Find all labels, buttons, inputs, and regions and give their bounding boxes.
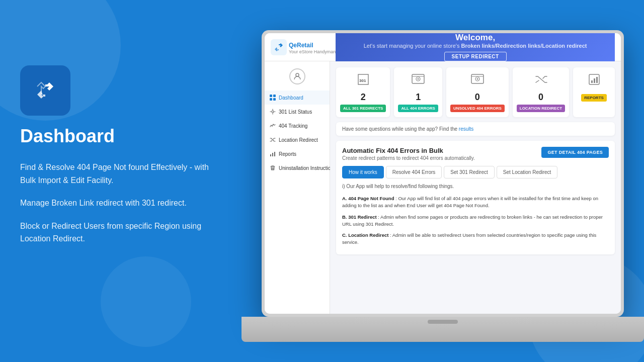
description-2: Manage Broken Link redirect with 301 red…: [20, 197, 211, 210]
sidebar-label-uninstall: Uninstallation Instructions: [279, 165, 336, 171]
get-detail-button[interactable]: GET DETAIL 404 PAGES: [541, 147, 609, 158]
grid-icon: [270, 95, 276, 101]
svg-rect-2: [270, 95, 272, 97]
tab-row: How it works Resolve 404 Errors Set 301 …: [342, 166, 609, 178]
svg-rect-21: [594, 78, 595, 83]
sidebar-label-dashboard: Dashboard: [279, 95, 303, 101]
svg-rect-5: [273, 98, 276, 101]
svg-point-1: [296, 73, 299, 76]
activity-icon: [270, 123, 276, 129]
list-item-301: B. 301 Redirect : Admin when find some p…: [342, 212, 609, 230]
list-item-location: C. Location Redirect : Admin will be abl…: [342, 230, 609, 248]
stat-number-unsolved: 0: [475, 92, 480, 103]
app-tagline: Your eStore Handyman: [289, 49, 336, 54]
stat-icon-404: [411, 72, 425, 89]
svg-rect-3: [273, 95, 276, 97]
sidebar-item-location-redirect[interactable]: Location Redirect: [265, 133, 330, 147]
svg-rect-22: [596, 77, 598, 83]
info-text: Have some questions while using the app?…: [342, 126, 459, 132]
stat-icon-301: 301: [356, 72, 370, 89]
shuffle-icon: [270, 137, 276, 143]
stat-badge-reports: REPORTS: [581, 94, 607, 102]
svg-point-17: [476, 78, 478, 80]
stat-card-unsolved-404: 0 UNSOLVED 404 ERRORS: [446, 67, 509, 117]
stat-badge-unsolved: UNSOLVED 404 ERRORS: [450, 105, 505, 112]
svg-rect-20: [591, 80, 593, 83]
sidebar-label-301: 301 List Status: [279, 109, 312, 115]
bulk-description: Create redirect patterns to redirect 404…: [342, 155, 475, 161]
app-logo-icon: [30, 75, 60, 106]
laptop-base: [242, 317, 644, 342]
sidebar-label-reports: Reports: [279, 151, 296, 157]
bulk-fix-section: Automatic Fix 404 Errors in Bulk Create …: [336, 141, 615, 254]
bulk-header: Automatic Fix 404 Errors in Bulk Create …: [342, 147, 609, 161]
stat-badge-301: ALL 301 REDIRECTS: [340, 105, 386, 112]
content-list: A. 404 Page Not Found : Our App will fin…: [342, 193, 609, 248]
welcome-bar: Welcome, Let's start managing your onlin…: [336, 33, 615, 65]
svg-rect-7: [270, 154, 271, 156]
stat-number-404: 1: [416, 92, 421, 103]
settings-icon: [270, 109, 276, 115]
sidebar-label-location: Location Redirect: [279, 137, 318, 143]
stat-icon-unsolved: [470, 72, 485, 89]
stats-row: 301 2 ALL 301 REDIRECTS: [336, 67, 615, 117]
tab-set-301[interactable]: Set 301 Redirect: [444, 166, 495, 178]
sidebar: Dashboard 301 List Status: [265, 61, 330, 314]
page-title: Dashboard: [20, 126, 211, 147]
user-avatar: [289, 68, 305, 84]
svg-text:301: 301: [359, 78, 366, 83]
stat-card-301-redirects: 301 2 ALL 301 REDIRECTS: [336, 67, 390, 117]
stat-badge-location: LOCATION REDIRECT: [517, 105, 565, 112]
svg-rect-0: [271, 39, 287, 55]
info-bar: Have some questions while using the app?…: [336, 122, 615, 136]
stat-card-location: 0 LOCATION REDIRECT: [513, 67, 569, 117]
app-name: QeRetail: [289, 42, 313, 49]
stat-card-404-errors: 1 ALL 404 ERRORS: [394, 67, 442, 117]
sidebar-item-uninstall[interactable]: Uninstallation Instructions: [265, 161, 330, 175]
laptop-screen: QeRetail Your eStore Handyman Welcome, L…: [265, 33, 621, 314]
description-3: Block or Redirect Users from specific Re…: [20, 220, 211, 245]
welcome-subtitle: Let's start managing your online store's…: [364, 43, 587, 49]
laptop-screen-frame: QeRetail Your eStore Handyman Welcome, L…: [262, 30, 624, 317]
svg-rect-8: [272, 153, 273, 156]
stat-badge-404: ALL 404 ERRORS: [398, 105, 438, 112]
stat-icon-location: [534, 72, 548, 89]
user-icon: [293, 72, 301, 80]
svg-rect-9: [274, 152, 275, 156]
stat-number-301: 2: [361, 92, 366, 103]
list-item-404: A. 404 Page Not Found : Our App will fin…: [342, 193, 609, 212]
laptop-frame: QeRetail Your eStore Handyman Welcome, L…: [242, 30, 644, 342]
left-panel: Dashboard Find & Resolve 404 Page Not fo…: [20, 65, 211, 255]
svg-point-6: [272, 111, 274, 113]
sidebar-item-reports[interactable]: Reports: [265, 147, 330, 161]
tab-set-location[interactable]: Set Location Redirect: [497, 166, 558, 178]
tab-how-it-works[interactable]: How it works: [342, 166, 384, 178]
svg-rect-4: [270, 98, 272, 101]
app-logo-box: [20, 65, 70, 116]
sidebar-item-404-tracking[interactable]: 404 Tracking: [265, 119, 330, 133]
stat-card-reports: REPORTS: [573, 67, 615, 117]
app-logo: QeRetail Your eStore Handyman: [271, 39, 336, 55]
stat-number-location: 0: [538, 92, 543, 103]
top-bar: QeRetail Your eStore Handyman Welcome, L…: [265, 33, 621, 61]
bar-chart-icon: [270, 151, 276, 157]
setup-redirect-button[interactable]: SETUP REDIRECT: [444, 52, 507, 61]
stat-icon-reports: [587, 72, 601, 89]
welcome-title: Welcome,: [455, 33, 495, 43]
content-intro: i) Our App will help to resolve/find fol…: [342, 184, 609, 189]
sidebar-item-dashboard[interactable]: Dashboard: [265, 90, 330, 105]
content-area: 301 2 ALL 301 REDIRECTS: [330, 61, 621, 314]
qeretail-logo-icon: [271, 39, 287, 55]
trash-icon: [270, 165, 276, 171]
sidebar-item-301-list-status[interactable]: 301 List Status: [265, 105, 330, 119]
sidebar-label-404-tracking: 404 Tracking: [279, 123, 307, 129]
info-link[interactable]: results: [459, 126, 473, 132]
bulk-title: Automatic Fix 404 Errors in Bulk: [342, 147, 475, 154]
bg-decoration-bottom-left: [101, 256, 191, 347]
tab-resolve-404[interactable]: Resolve 404 Errors: [386, 166, 442, 178]
svg-point-13: [418, 78, 419, 80]
description-1: Find & Resolve 404 Page Not found Effect…: [20, 161, 211, 187]
